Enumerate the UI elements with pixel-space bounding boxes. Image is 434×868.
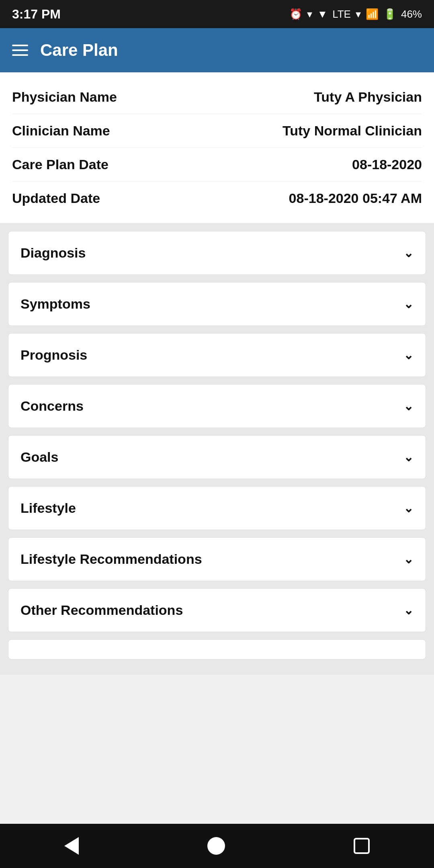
hamburger-menu-button[interactable] xyxy=(12,45,28,56)
page-title: Care Plan xyxy=(40,41,118,60)
accordion-symptoms-header[interactable]: Symptoms ⌄ xyxy=(8,283,426,326)
accordion-section: Diagnosis ⌄ Symptoms ⌄ Prognosis ⌄ Conce… xyxy=(0,223,434,675)
accordion-concerns-label: Concerns xyxy=(20,398,84,414)
physician-label: Physician Name xyxy=(12,89,117,105)
chevron-down-icon: ⌄ xyxy=(403,501,414,515)
accordion-lifestyle-recommendations[interactable]: Lifestyle Recommendations ⌄ xyxy=(8,537,426,581)
recent-apps-icon xyxy=(354,838,370,854)
physician-row: Physician Name Tuty A Physician xyxy=(12,80,422,114)
accordion-diagnosis[interactable]: Diagnosis ⌄ xyxy=(8,231,426,275)
accordion-lifestyle-label: Lifestyle xyxy=(20,500,76,516)
chevron-down-icon: ⌄ xyxy=(403,246,414,260)
accordion-prognosis-header[interactable]: Prognosis ⌄ xyxy=(8,334,426,377)
status-icons: ⏰ ▾ ▼ LTE ▾ 📶 🔋 46% xyxy=(289,8,422,20)
accordion-lifestyle-header[interactable]: Lifestyle ⌄ xyxy=(8,487,426,530)
accordion-symptoms-label: Symptoms xyxy=(20,296,90,312)
battery-percent: 46% xyxy=(401,8,422,20)
care-plan-date-label: Care Plan Date xyxy=(12,157,108,172)
accordion-goals-label: Goals xyxy=(20,449,58,465)
chevron-down-icon: ⌄ xyxy=(403,450,414,464)
hamburger-line-1 xyxy=(12,45,28,46)
wifi-icon: ▾ xyxy=(307,8,312,20)
status-bar: 3:17 PM ⏰ ▾ ▼ LTE ▾ 📶 🔋 46% xyxy=(0,0,434,28)
accordion-goals-header[interactable]: Goals ⌄ xyxy=(8,436,426,479)
accordion-other-recommendations-label: Other Recommendations xyxy=(20,602,183,618)
accordion-partial-item[interactable] xyxy=(8,639,426,659)
wifi-signal-icon: ▼ xyxy=(317,8,328,20)
status-time: 3:17 PM xyxy=(12,7,61,22)
accordion-prognosis-label: Prognosis xyxy=(20,347,87,363)
chevron-down-icon: ⌄ xyxy=(403,297,414,311)
accordion-concerns-header[interactable]: Concerns ⌄ xyxy=(8,385,426,428)
chevron-down-icon: ⌄ xyxy=(403,552,414,566)
accordion-concerns[interactable]: Concerns ⌄ xyxy=(8,384,426,428)
accordion-diagnosis-label: Diagnosis xyxy=(20,245,86,261)
accordion-other-recommendations[interactable]: Other Recommendations ⌄ xyxy=(8,588,426,632)
hamburger-line-2 xyxy=(12,49,28,51)
accordion-goals[interactable]: Goals ⌄ xyxy=(8,435,426,479)
updated-date-value: 08-18-2020 05:47 AM xyxy=(289,190,422,206)
updated-date-row: Updated Date 08-18-2020 05:47 AM xyxy=(12,182,422,215)
battery-icon: 🔋 xyxy=(383,8,396,20)
clinician-value: Tuty Normal Clinician xyxy=(283,123,422,139)
accordion-lifestyle[interactable]: Lifestyle ⌄ xyxy=(8,486,426,530)
hamburger-line-3 xyxy=(12,54,28,56)
back-button[interactable] xyxy=(64,837,79,855)
bottom-navigation xyxy=(0,824,434,868)
accordion-diagnosis-header[interactable]: Diagnosis ⌄ xyxy=(8,231,426,274)
lte-icon: LTE xyxy=(332,8,351,20)
back-icon xyxy=(64,837,79,855)
updated-date-label: Updated Date xyxy=(12,190,100,206)
info-section: Physician Name Tuty A Physician Clinicia… xyxy=(0,72,434,223)
accordion-symptoms[interactable]: Symptoms ⌄ xyxy=(8,282,426,326)
accordion-prognosis[interactable]: Prognosis ⌄ xyxy=(8,333,426,377)
recent-apps-button[interactable] xyxy=(354,838,370,854)
clinician-row: Clinician Name Tuty Normal Clinician xyxy=(12,114,422,148)
app-header: Care Plan xyxy=(0,28,434,72)
chevron-down-icon: ⌄ xyxy=(403,603,414,617)
home-icon xyxy=(207,837,225,855)
care-plan-date-row: Care Plan Date 08-18-2020 xyxy=(12,148,422,182)
home-button[interactable] xyxy=(207,837,225,855)
accordion-lifestyle-recommendations-label: Lifestyle Recommendations xyxy=(20,551,202,567)
alarm-icon: ⏰ xyxy=(289,8,302,20)
signal2-icon: 📶 xyxy=(366,8,379,20)
care-plan-date-value: 08-18-2020 xyxy=(352,157,422,172)
chevron-down-icon: ⌄ xyxy=(403,348,414,362)
signal-icon: ▾ xyxy=(356,8,361,20)
clinician-label: Clinician Name xyxy=(12,123,110,139)
physician-value: Tuty A Physician xyxy=(314,89,422,105)
accordion-lifestyle-recommendations-header[interactable]: Lifestyle Recommendations ⌄ xyxy=(8,538,426,581)
accordion-other-recommendations-header[interactable]: Other Recommendations ⌄ xyxy=(8,589,426,632)
chevron-down-icon: ⌄ xyxy=(403,399,414,413)
